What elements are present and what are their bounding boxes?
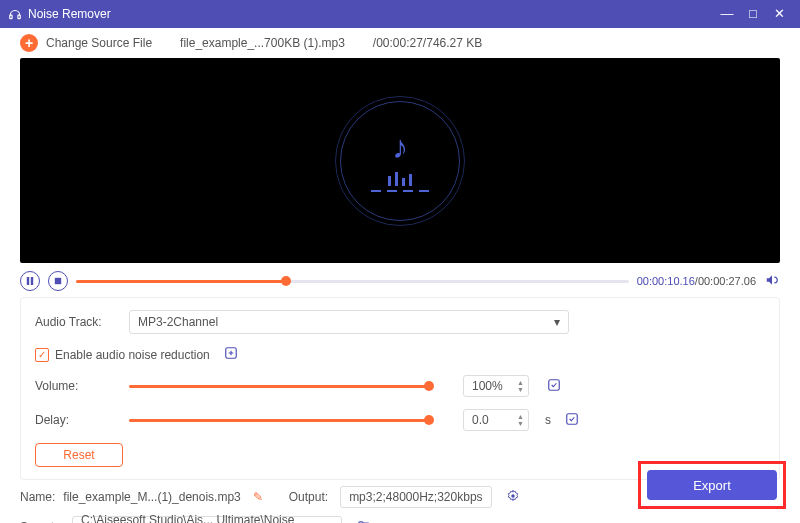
output-value: mp3;2;48000Hz;320kbps (349, 490, 482, 504)
music-note-icon: ♪ (392, 129, 408, 166)
svg-rect-7 (567, 413, 578, 424)
audio-track-value: MP3-2Channel (138, 315, 218, 329)
source-bar: + Change Source File file_example_...700… (0, 28, 800, 58)
audio-track-label: Audio Track: (35, 315, 119, 329)
preview-area: ♪ (20, 58, 780, 263)
audio-track-row: Audio Track: MP3-2Channel ▾ (35, 310, 765, 334)
svg-rect-3 (31, 277, 33, 285)
titlebar: Noise Remover — □ ✕ (0, 0, 800, 28)
volume-value: 100% (472, 379, 503, 393)
app-title: Noise Remover (28, 7, 111, 21)
svg-rect-1 (18, 15, 20, 19)
change-source-label: Change Source File (46, 36, 152, 50)
source-meta: /00:00:27/746.27 KB (373, 36, 482, 50)
volume-row: Volume: 100% ▲▼ (35, 375, 765, 397)
volume-spinner[interactable]: ▲▼ (517, 379, 524, 393)
saveto-select[interactable]: C:\Aiseesoft Studio\Ais... Ultimate\Nois… (72, 516, 342, 523)
stop-button[interactable] (48, 271, 68, 291)
reset-button[interactable]: Reset (35, 443, 123, 467)
delay-input[interactable]: 0.0 ▲▼ (463, 409, 529, 431)
edit-name-icon[interactable]: ✎ (253, 490, 263, 504)
volume-icon[interactable] (764, 273, 780, 289)
total-time: /00:00:27.06 (695, 275, 756, 287)
volume-reset-icon[interactable] (547, 378, 561, 395)
current-time: 00:00:10.16 (637, 275, 695, 287)
app-logo-icon (8, 7, 22, 21)
export-button[interactable]: Export (647, 470, 777, 500)
time-display: 00:00:10.16/00:00:27.06 (637, 275, 756, 287)
source-filename: file_example_...700KB (1).mp3 (180, 36, 345, 50)
svg-rect-0 (10, 15, 12, 19)
delay-unit: s (545, 413, 551, 427)
audio-track-select[interactable]: MP3-2Channel ▾ (129, 310, 569, 334)
output-settings-icon[interactable] (506, 489, 520, 506)
volume-slider[interactable] (129, 385, 429, 388)
svg-rect-2 (27, 277, 29, 285)
checkbox-checked-icon: ✓ (35, 348, 49, 362)
export-highlight: Export (638, 461, 786, 509)
audio-visualizer: ♪ (340, 101, 460, 221)
name-value: file_example_M...(1)_denois.mp3 (63, 490, 240, 504)
chevron-down-icon: ▾ (554, 315, 560, 329)
noise-reduction-label: Enable audio noise reduction (55, 348, 210, 362)
delay-row: Delay: 0.0 ▲▼ s (35, 409, 765, 431)
output-label: Output: (289, 490, 328, 504)
noise-reduction-checkbox[interactable]: ✓ Enable audio noise reduction (35, 348, 210, 362)
volume-label: Volume: (35, 379, 119, 393)
controls-panel: Audio Track: MP3-2Channel ▾ ✓ Enable aud… (20, 297, 780, 480)
saveto-value: C:\Aiseesoft Studio\Ais... Ultimate\Nois… (81, 513, 327, 523)
svg-point-8 (511, 494, 515, 498)
minimize-button[interactable]: — (714, 0, 740, 28)
open-folder-icon[interactable] (356, 519, 372, 524)
change-source-button[interactable]: + Change Source File (20, 34, 152, 52)
delay-reset-icon[interactable] (565, 412, 579, 429)
output-format-select[interactable]: mp3;2;48000Hz;320kbps (340, 486, 491, 508)
maximize-button[interactable]: □ (740, 0, 766, 28)
name-label: Name: (20, 490, 55, 504)
delay-slider[interactable] (129, 419, 429, 422)
saveto-row: Save to: C:\Aiseesoft Studio\Ais... Ulti… (20, 516, 780, 523)
delay-label: Delay: (35, 413, 119, 427)
close-button[interactable]: ✕ (766, 0, 792, 28)
delay-spinner[interactable]: ▲▼ (517, 413, 524, 427)
noise-settings-icon[interactable] (224, 346, 238, 363)
player-bar: 00:00:10.16/00:00:27.06 (20, 271, 780, 291)
noise-reduction-row: ✓ Enable audio noise reduction (35, 346, 765, 363)
svg-rect-4 (55, 278, 61, 284)
volume-input[interactable]: 100% ▲▼ (463, 375, 529, 397)
seek-slider[interactable] (76, 280, 629, 283)
pause-button[interactable] (20, 271, 40, 291)
plus-icon: + (20, 34, 38, 52)
svg-rect-6 (549, 379, 560, 390)
delay-value: 0.0 (472, 413, 489, 427)
